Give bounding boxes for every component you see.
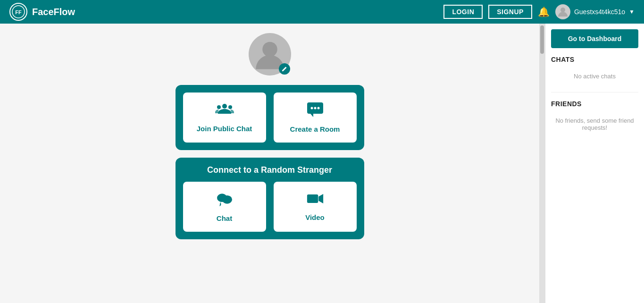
- logo: FF FaceFlow: [9, 3, 75, 21]
- edit-avatar-button[interactable]: [279, 63, 290, 75]
- profile-avatar: [249, 33, 291, 76]
- main-layout: Join Public Chat Create a Room: [0, 24, 644, 303]
- chats-empty-text: No active chats: [551, 68, 638, 89]
- chat-bubble-dots-icon: [307, 102, 324, 120]
- chevron-down-icon: ▼: [629, 8, 635, 15]
- logo-icon: FF: [9, 3, 27, 21]
- right-sidebar: Go to Dashboard CHATS No active chats FR…: [545, 24, 644, 303]
- create-room-label: Create a Room: [290, 125, 340, 133]
- user-menu[interactable]: Guestxs4t4kc51o ▼: [555, 4, 635, 19]
- cards-container: Join Public Chat Create a Room: [176, 85, 364, 239]
- random-stranger-card: Connect to a Random Stranger Chat: [176, 158, 364, 239]
- username-label: Guestxs4t4kc51o: [574, 8, 625, 16]
- logo-text: FaceFlow: [32, 7, 75, 17]
- chat-bubble-icon: [216, 191, 233, 210]
- scrollbar-thumb[interactable]: [540, 25, 544, 54]
- join-public-chat-button[interactable]: Join Public Chat: [183, 93, 266, 143]
- svg-marker-8: [310, 114, 313, 117]
- svg-point-6: [228, 105, 232, 109]
- svg-point-9: [310, 107, 313, 109]
- svg-rect-14: [307, 194, 318, 203]
- video-stranger-button[interactable]: Video: [274, 182, 357, 232]
- svg-point-4: [222, 104, 227, 109]
- chats-section-title: CHATS: [551, 56, 638, 63]
- svg-point-3: [262, 42, 277, 57]
- group-icon: [215, 102, 234, 120]
- chat-label: Chat: [217, 214, 232, 222]
- chat-stranger-button[interactable]: Chat: [183, 182, 266, 232]
- join-public-chat-label: Join Public Chat: [197, 125, 252, 133]
- app-header: FF FaceFlow LOGIN SIGNUP 🔔 Guestxs4t4kc5…: [0, 0, 644, 24]
- random-card-title: Connect to a Random Stranger: [183, 165, 357, 175]
- svg-point-13: [222, 195, 232, 204]
- login-button[interactable]: LOGIN: [443, 5, 483, 19]
- sidebar-divider: [551, 92, 638, 93]
- friends-empty-text: No friends, send some friend requests!: [551, 112, 638, 141]
- header-right: LOGIN SIGNUP 🔔 Guestxs4t4kc51o ▼: [443, 4, 635, 19]
- svg-point-11: [317, 107, 319, 109]
- random-actions: Chat Video: [183, 182, 357, 232]
- svg-text:FF: FF: [15, 9, 22, 15]
- video-camera-icon: [307, 192, 324, 209]
- join-create-card: Join Public Chat Create a Room: [176, 85, 364, 150]
- svg-point-2: [560, 8, 565, 12]
- svg-point-10: [314, 107, 316, 109]
- center-content: Join Public Chat Create a Room: [0, 24, 539, 303]
- scrollbar[interactable]: [539, 24, 545, 303]
- avatar: [555, 4, 570, 19]
- create-room-button[interactable]: Create a Room: [274, 93, 357, 143]
- dashboard-button[interactable]: Go to Dashboard: [551, 29, 638, 48]
- video-label: Video: [305, 213, 325, 221]
- notification-bell-icon[interactable]: 🔔: [538, 6, 550, 17]
- svg-marker-15: [318, 194, 323, 203]
- svg-point-5: [217, 105, 221, 109]
- signup-button[interactable]: SIGNUP: [488, 5, 532, 19]
- friends-section-title: FRIENDS: [551, 100, 638, 108]
